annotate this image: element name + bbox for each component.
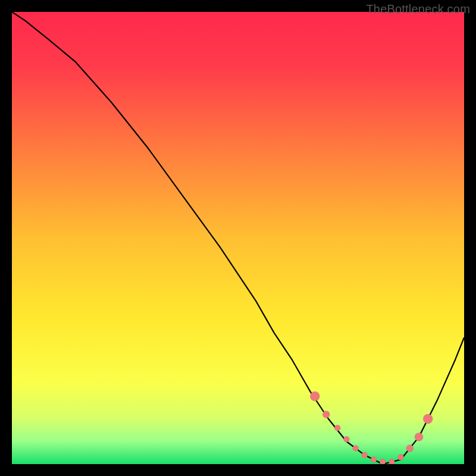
data-marker (334, 425, 340, 431)
data-marker (389, 459, 394, 464)
chart-plot (12, 12, 464, 464)
data-marker (380, 459, 386, 464)
gradient-background (12, 12, 464, 464)
chart-frame: TheBottleneck.com (0, 0, 476, 476)
data-marker (371, 456, 377, 462)
data-marker (343, 436, 349, 442)
watermark-text: TheBottleneck.com (366, 2, 470, 16)
data-marker (398, 455, 404, 461)
data-marker (406, 444, 414, 452)
data-marker (415, 433, 423, 441)
data-marker (362, 452, 368, 458)
data-marker (353, 445, 359, 451)
data-marker (322, 411, 330, 418)
data-marker (310, 392, 320, 401)
data-marker (423, 414, 433, 424)
